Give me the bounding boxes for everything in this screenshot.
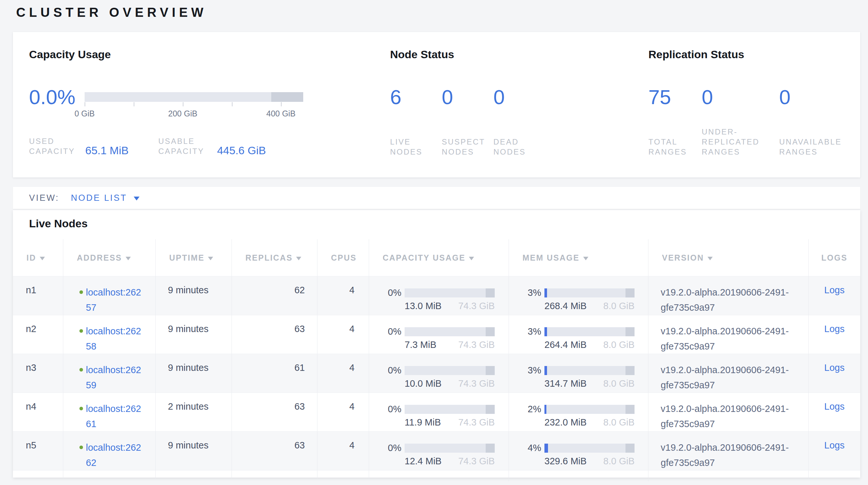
column-header-uptime[interactable]: UPTIME — [156, 239, 232, 276]
node-address-link[interactable]: localhost:26258 — [86, 324, 144, 354]
logs-link[interactable]: Logs — [825, 363, 845, 373]
table-row-partial — [13, 470, 860, 477]
node-address-cell: localhost:26258 — [63, 315, 156, 354]
capacity-total-value: 74.3 GiB — [458, 340, 495, 350]
capacity-bar-reserved-segment — [486, 288, 495, 297]
node-version: v19.2.0-alpha.20190606-2491-gfe735c9a97 — [648, 432, 809, 470]
total-ranges-label: TOTAL RANGES — [648, 137, 702, 157]
node-id — [13, 470, 63, 479]
total-ranges-value: 75 — [648, 87, 702, 107]
mem-usage-cell: 2% 232.0 MiB 8.0 GiB — [509, 393, 648, 431]
capacity-usage-bar — [405, 444, 495, 453]
live-nodes-label: LIVE NODES — [390, 137, 442, 157]
capacity-meter-unusable-segment — [271, 92, 303, 102]
node-address-link[interactable]: localhost:26257 — [86, 285, 144, 315]
mem-used-value: 268.4 MiB — [545, 301, 587, 311]
dead-nodes-value: 0 — [493, 87, 545, 107]
node-id: n3 — [13, 354, 63, 393]
node-uptime: 9 minutes — [156, 354, 232, 393]
node-cpus: 4 — [317, 354, 369, 393]
stat-under-replicated-ranges: 0 UNDER-REPLICATED RANGES — [702, 87, 779, 157]
capacity-usage-bar — [405, 405, 495, 414]
mem-bar-reserved-segment — [625, 444, 634, 453]
mem-percent-label: 3% — [509, 326, 541, 337]
stat-live-nodes: 6 LIVE NODES — [390, 87, 442, 157]
mem-percent-label: 3% — [509, 287, 541, 298]
node-address-cell: localhost:26259 — [63, 354, 156, 393]
used-capacity-label: USED CAPACITY — [29, 136, 82, 156]
capacity-percent-label: 0% — [369, 365, 401, 376]
capacity-bar-reserved-segment — [486, 405, 495, 414]
stat-dead-nodes: 0 DEAD NODES — [493, 87, 545, 157]
node-cpus — [317, 470, 369, 479]
node-cpus: 4 — [317, 315, 369, 354]
logs-link[interactable]: Logs — [825, 285, 845, 295]
capacity-usage-cell — [369, 470, 509, 481]
node-replicas: 61 — [232, 354, 317, 393]
column-header-logs: LOGS — [809, 239, 860, 276]
mem-bar-reserved-segment — [625, 327, 634, 336]
suspect-nodes-value: 0 — [442, 87, 493, 107]
column-header-version[interactable]: VERSION — [648, 239, 809, 276]
column-header-replicas[interactable]: REPLICAS — [232, 239, 317, 276]
mem-usage-bar — [545, 288, 634, 297]
column-header-cpus[interactable]: CPUS — [317, 239, 369, 276]
node-address-link[interactable]: localhost:26259 — [86, 363, 144, 393]
logs-cell: Logs — [809, 277, 860, 315]
view-dropdown[interactable]: NODE LIST — [71, 193, 140, 203]
sort-desc-icon — [708, 257, 713, 260]
node-uptime: 2 minutes — [156, 393, 232, 431]
usable-capacity-label: USABLE CAPACITY — [158, 136, 213, 156]
capacity-bar-reserved-segment — [486, 327, 495, 336]
mem-bar-reserved-segment — [625, 405, 634, 414]
mem-percent-label: 4% — [509, 443, 541, 453]
logs-link[interactable]: Logs — [825, 401, 845, 411]
capacity-total-value: 74.3 GiB — [458, 378, 495, 389]
axis-label-0: 0 GiB — [74, 109, 95, 118]
logs-cell: Logs — [809, 315, 860, 354]
unavailable-ranges-value: 0 — [779, 87, 854, 107]
column-header-id[interactable]: ID — [13, 239, 63, 276]
capacity-total-value: 74.3 GiB — [458, 301, 495, 311]
capacity-usage-bar — [405, 288, 495, 297]
node-id: n1 — [13, 277, 63, 315]
view-dropdown-selected[interactable]: NODE LIST — [71, 193, 127, 203]
node-address-cell: localhost:26262 — [63, 432, 156, 470]
column-header-address[interactable]: ADDRESS — [63, 239, 156, 276]
live-status-dot-icon — [80, 407, 83, 410]
node-address-link[interactable]: localhost:26262 — [86, 440, 144, 470]
node-address-cell: localhost:26257 — [63, 277, 156, 315]
mem-used-value: 314.7 MiB — [545, 378, 587, 389]
logs-link[interactable]: Logs — [825, 324, 845, 334]
node-cpus: 4 — [317, 393, 369, 431]
capacity-bar-reserved-segment — [486, 366, 495, 375]
node-version: v19.2.0-alpha.20190606-2491-gfe735c9a97 — [648, 393, 809, 431]
logs-cell — [809, 470, 860, 479]
under-replicated-value: 0 — [702, 87, 779, 107]
logs-link[interactable]: Logs — [825, 440, 845, 450]
mem-usage-bar — [545, 366, 634, 375]
logs-cell: Logs — [809, 432, 860, 470]
node-address-cell — [63, 470, 156, 479]
capacity-used-value: 10.0 MiB — [405, 378, 441, 389]
node-address-link[interactable]: localhost:26261 — [86, 401, 144, 431]
unavailable-ranges-label: UNAVAILABLE RANGES — [779, 137, 848, 157]
sort-desc-icon — [208, 257, 213, 260]
mem-used-value: 329.6 MiB — [545, 456, 587, 466]
capacity-usage-cell: 0% 12.4 MiB 74.3 GiB — [369, 432, 509, 470]
node-id: n2 — [13, 315, 63, 354]
mem-usage-cell: 4% 329.6 MiB 8.0 GiB — [509, 432, 648, 470]
column-header-capacity-usage[interactable]: CAPACITY USAGE — [369, 239, 509, 276]
capacity-total-value: 74.3 GiB — [458, 417, 495, 428]
node-uptime — [156, 470, 232, 479]
capacity-bar-reserved-segment — [486, 444, 495, 453]
stat-suspect-nodes: 0 SUSPECT NODES — [442, 87, 493, 157]
mem-total-value: 8.0 GiB — [603, 301, 634, 311]
mem-usage-cell — [509, 470, 648, 481]
capacity-used-value: 7.3 MiB — [405, 340, 436, 350]
live-nodes-table: ID ADDRESS UPTIME REPLICAS CPUS CAPACITY… — [13, 239, 860, 477]
column-header-mem-usage[interactable]: MEM USAGE — [509, 239, 648, 276]
mem-usage-bar — [545, 444, 634, 453]
node-version — [648, 470, 809, 479]
sort-desc-icon — [40, 257, 45, 260]
